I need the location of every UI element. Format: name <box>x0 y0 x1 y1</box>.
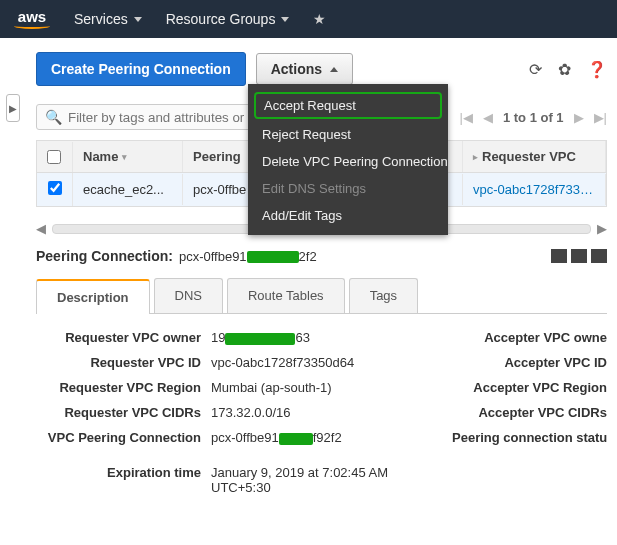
aws-swoosh-icon <box>14 23 50 29</box>
nav-resource-groups[interactable]: Resource Groups <box>166 11 290 27</box>
details-header: Peering Connection: pcx-0ffbe912f2 <box>36 248 607 264</box>
field-label-right: Peering connection status <box>452 430 607 445</box>
help-icon[interactable]: ❓ <box>587 60 607 79</box>
cell-name: ecache_ec2... <box>73 174 183 205</box>
refresh-icon[interactable]: ⟳ <box>529 60 542 79</box>
actions-menu-item[interactable]: Delete VPC Peering Connection <box>248 148 448 175</box>
field-label-right: Accepter VPC ID <box>452 355 607 370</box>
actions-menu-item: Edit DNS Settings <box>248 175 448 202</box>
description-left: Requester VPC owner1963Requester VPC IDv… <box>36 330 432 495</box>
field-value: Mumbai (ap-south-1) <box>211 380 432 395</box>
field-label: Expiration time <box>36 465 201 495</box>
caret-down-icon <box>281 17 289 22</box>
redacted-text <box>279 433 313 445</box>
pager: |◀ ◀ 1 to 1 of 1 ▶ ▶| <box>460 110 607 125</box>
pager-text: 1 to 1 of 1 <box>503 110 564 125</box>
aws-logo: aws <box>14 9 50 30</box>
field-label-right: Accepter VPC owne <box>452 330 607 345</box>
gear-icon[interactable]: ✿ <box>558 60 571 79</box>
layout-option-2-icon[interactable] <box>571 249 587 263</box>
caret-up-icon <box>330 67 338 72</box>
sidebar-expand-toggle[interactable]: ▶ <box>6 94 20 122</box>
scroll-left-icon[interactable]: ◀ <box>36 221 46 236</box>
field-label-right: Accepter VPC CIDRs <box>452 405 607 420</box>
details-title-value: pcx-0ffbe912f2 <box>179 249 317 264</box>
header-name[interactable]: Name▾ <box>73 141 183 172</box>
field-value: January 9, 2019 at 7:02:45 AM UTC+5:30 <box>211 465 432 495</box>
actions-menu-item[interactable]: Add/Edit Tags <box>248 202 448 229</box>
search-icon: 🔍 <box>45 109 62 125</box>
cell-requester: vpc-0abc1728f7335... <box>463 174 606 205</box>
sort-icon: ▸ <box>473 152 478 162</box>
toolbar-icons: ⟳ ✿ ❓ <box>529 60 607 79</box>
actions-menu-item[interactable]: Accept Request <box>254 92 442 119</box>
caret-down-icon <box>134 17 142 22</box>
filter-input-wrapper[interactable]: 🔍 <box>36 104 264 130</box>
field-value: pcx-0ffbe91f92f2 <box>211 430 432 445</box>
pin-icon[interactable]: ★ <box>313 11 326 27</box>
top-nav: aws Services Resource Groups ★ <box>0 0 617 38</box>
action-row: Create Peering Connection Actions ⟳ ✿ ❓ <box>36 52 607 86</box>
redacted-text <box>247 251 299 263</box>
field-value: 173.32.0.0/16 <box>211 405 432 420</box>
nav-services-label: Services <box>74 11 128 27</box>
field-label: Requester VPC Region <box>36 380 201 395</box>
description-right: Accepter VPC owneAccepter VPC IDAccepter… <box>452 330 607 495</box>
description-panel: Requester VPC owner1963Requester VPC IDv… <box>36 330 607 495</box>
nav-resource-groups-label: Resource Groups <box>166 11 276 27</box>
scroll-right-icon[interactable]: ▶ <box>597 221 607 236</box>
actions-button-label: Actions <box>271 61 322 77</box>
aws-logo-text: aws <box>18 9 46 24</box>
field-label-right: Accepter VPC Region <box>452 380 607 395</box>
tab-dns[interactable]: DNS <box>154 278 223 313</box>
sort-icon: ▾ <box>122 152 127 162</box>
content-area: ▶ Create Peering Connection Actions ⟳ ✿ … <box>0 38 617 505</box>
field-label: Requester VPC owner <box>36 330 201 345</box>
header-checkbox[interactable] <box>37 142 73 172</box>
pager-prev-icon[interactable]: ◀ <box>483 110 493 125</box>
filter-input[interactable] <box>68 110 255 125</box>
header-requester[interactable]: ▸Requester VPC <box>463 141 606 172</box>
redacted-text <box>225 333 295 345</box>
tab-route-tables[interactable]: Route Tables <box>227 278 345 313</box>
field-label: VPC Peering Connection <box>36 430 201 445</box>
actions-button[interactable]: Actions <box>256 53 353 85</box>
field-value[interactable]: vpc-0abc1728f73350d64 <box>211 355 432 370</box>
actions-menu-item[interactable]: Reject Request <box>248 121 448 148</box>
create-peering-button[interactable]: Create Peering Connection <box>36 52 246 86</box>
actions-dropdown: Accept RequestReject RequestDelete VPC P… <box>248 84 448 235</box>
layout-icons <box>551 249 607 263</box>
tab-description[interactable]: Description <box>36 279 150 314</box>
tab-tags[interactable]: Tags <box>349 278 418 313</box>
layout-option-3-icon[interactable] <box>591 249 607 263</box>
pager-first-icon[interactable]: |◀ <box>460 110 473 125</box>
details-title-label: Peering Connection: <box>36 248 173 264</box>
nav-services[interactable]: Services <box>74 11 142 27</box>
layout-option-1-icon[interactable] <box>551 249 567 263</box>
field-value: 1963 <box>211 330 432 345</box>
field-label: Requester VPC ID <box>36 355 201 370</box>
row-checkbox[interactable] <box>48 181 62 195</box>
details-tabs: DescriptionDNSRoute TablesTags <box>36 278 607 314</box>
pager-last-icon[interactable]: ▶| <box>594 110 607 125</box>
pager-next-icon[interactable]: ▶ <box>574 110 584 125</box>
field-label: Requester VPC CIDRs <box>36 405 201 420</box>
